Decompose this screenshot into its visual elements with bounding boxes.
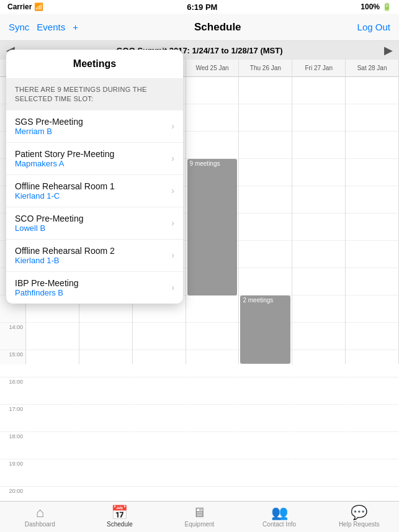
day-cell-4-18 [239, 432, 292, 459]
day-header-4: Thu 26 Jan [239, 60, 292, 76]
popup-item-title-5: IBP Pre-Meeting [15, 278, 78, 288]
popup-item-sub-3: Lowell B [15, 223, 83, 233]
day-cell-6-6 [346, 104, 398, 132]
popup-item-content-3: SCO Pre-Meeting Lowell B [15, 214, 83, 233]
day-cell-6-10 [346, 214, 398, 241]
tab-label-3: Contact Info [262, 521, 296, 528]
time-slot-19: 19:00 [0, 459, 25, 487]
tab-item-3[interactable]: 👥 Contact Info [240, 502, 320, 532]
day-cell-2-15 [133, 350, 186, 377]
sync-button[interactable]: Sync [9, 22, 29, 32]
day-cell-0-14 [26, 323, 79, 350]
day-cell-6-7 [346, 132, 398, 159]
day-cell-0-19 [26, 459, 79, 487]
status-bar: Carrier 📶 6:19 PM 100% 🔋 [0, 0, 399, 14]
wifi-icon: 📶 [34, 2, 43, 11]
day-cell-1-17 [79, 405, 132, 432]
popup-item-2[interactable]: Offline Rehearsal Room 1 Kierland 1-C › [6, 175, 183, 207]
popup-item-content-5: IBP Pre-Meeting Pathfinders B [15, 278, 78, 297]
day-cell-4-17 [239, 405, 292, 432]
day-cell-5-18 [292, 432, 345, 459]
popup-item-content-4: Offline Rehearsal Room 2 Kierland 1-B [15, 246, 115, 265]
day-cell-2-16 [133, 377, 186, 405]
day-cell-5-17 [292, 405, 345, 432]
day-header-3: Wed 25 Jan [186, 60, 240, 76]
tab-icon-1: 📅 [111, 506, 128, 520]
event-block-0[interactable]: 9 meetings [187, 159, 238, 295]
popup-item-title-1: Patient Story Pre-Meeting [15, 149, 114, 159]
tab-label-0: Dashboard [25, 521, 55, 528]
chevron-right-icon-5: › [171, 282, 174, 292]
day-cell-4-10 [239, 214, 292, 241]
tab-label-2: Equipment [185, 521, 215, 528]
chevron-right-icon-1: › [171, 153, 174, 163]
popup-list: SGS Pre-Meeting Merriam B › Patient Stor… [6, 110, 183, 304]
popup-item-content-1: Patient Story Pre-Meeting Mapmakers A [15, 149, 114, 168]
logout-button[interactable]: Log Out [357, 22, 390, 32]
day-cell-5-11 [292, 241, 345, 268]
day-cell-3-14 [186, 323, 239, 350]
popup-item-0[interactable]: SGS Pre-Meeting Merriam B › [6, 110, 183, 143]
popup-item-title-2: Offline Rehearsal Room 1 [15, 181, 115, 191]
day-cell-3-20 [186, 487, 239, 501]
day-col-4: 2 meetings [239, 77, 292, 364]
day-cell-5-15 [292, 350, 345, 377]
day-header-5: Fri 27 Jan [292, 60, 346, 76]
tab-icon-2: 🖥 [192, 506, 206, 520]
popup-title: Meetings [6, 50, 183, 79]
day-cell-3-19 [186, 459, 239, 487]
popup-item-3[interactable]: SCO Pre-Meeting Lowell B › [6, 207, 183, 240]
popup-item-4[interactable]: Offline Rehearsal Room 2 Kierland 1-B › [6, 240, 183, 272]
day-col-3: 9 meetings [186, 77, 240, 364]
day-cell-3-17 [186, 405, 239, 432]
tab-item-2[interactable]: 🖥 Equipment [159, 502, 240, 532]
nav-bar: Sync Events + Schedule Log Out [0, 14, 399, 41]
events-button[interactable]: Events [37, 22, 65, 32]
tab-item-4[interactable]: 💬 Help Requests [319, 502, 399, 532]
day-cell-3-18 [186, 432, 239, 459]
chevron-right-icon-4: › [171, 250, 174, 260]
day-cell-6-12 [346, 268, 398, 295]
tab-item-1[interactable]: 📅 Schedule [80, 502, 160, 532]
status-right: 100% 🔋 [361, 2, 392, 11]
day-cell-1-16 [79, 377, 132, 405]
popup-item-1[interactable]: Patient Story Pre-Meeting Mapmakers A › [6, 143, 183, 175]
event-block-1[interactable]: 2 meetings [240, 295, 290, 364]
popup-item-5[interactable]: IBP Pre-Meeting Pathfinders B › [6, 272, 183, 304]
day-cell-5-20 [292, 487, 345, 501]
day-cell-2-14 [133, 323, 186, 350]
day-cell-5-10 [292, 214, 345, 241]
chevron-right-icon-0: › [171, 121, 174, 131]
day-cell-4-7 [239, 132, 292, 159]
day-cell-5-19 [292, 459, 345, 487]
day-cell-6-14 [346, 323, 398, 350]
carrier-label: Carrier [7, 2, 32, 11]
day-cell-3-13 [186, 295, 239, 323]
day-cell-3-5 [186, 77, 239, 104]
day-cell-6-16 [346, 377, 398, 405]
next-week-button[interactable]: ▶ [384, 43, 393, 57]
popup-item-title-4: Offline Rehearsal Room 2 [15, 246, 115, 256]
day-cell-0-17 [26, 405, 79, 432]
popup-item-content-0: SGS Pre-Meeting Merriam B [15, 117, 83, 136]
day-cell-5-8 [292, 159, 345, 186]
page-title: Schedule [194, 21, 241, 34]
day-cell-6-8 [346, 159, 398, 186]
add-button[interactable]: + [73, 22, 78, 32]
day-cell-6-5 [346, 77, 398, 104]
tab-icon-3: 👥 [271, 506, 288, 520]
day-cell-6-15 [346, 350, 398, 377]
day-cell-4-20 [239, 487, 292, 501]
popup-item-sub-2: Kierland 1-C [15, 191, 115, 201]
day-cell-4-9 [239, 186, 292, 214]
day-cell-5-14 [292, 323, 345, 350]
nav-left: Sync Events + [9, 22, 78, 32]
tab-item-0[interactable]: ⌂ Dashboard [0, 502, 80, 532]
day-cell-1-15 [79, 350, 132, 377]
day-cell-2-17 [133, 405, 186, 432]
time-slot-20: 20:00 [0, 487, 25, 501]
day-cell-5-6 [292, 104, 345, 132]
meetings-popup: Meetings THERE ARE 9 MEETINGS DURING THE… [6, 50, 183, 304]
day-cell-6-13 [346, 295, 398, 323]
popup-item-content-2: Offline Rehearsal Room 1 Kierland 1-C [15, 181, 115, 201]
